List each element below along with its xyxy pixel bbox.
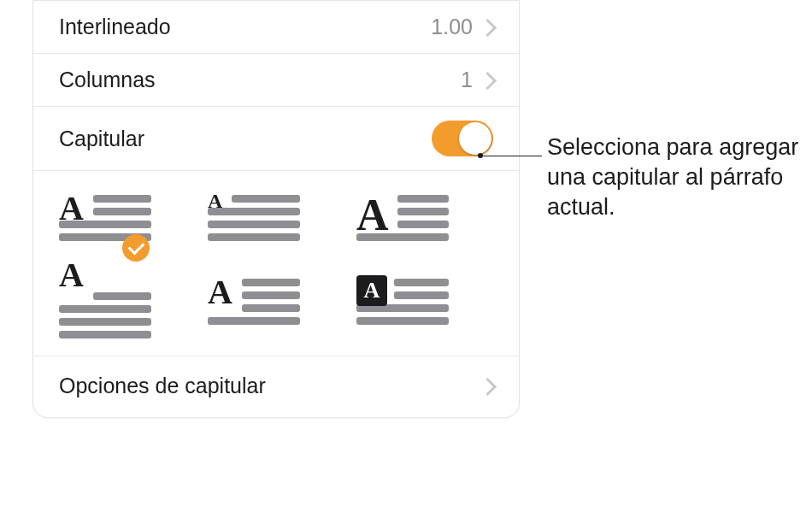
dropcap-style-icon: A	[356, 195, 450, 241]
dropcap-style-3[interactable]: A	[356, 195, 450, 251]
dropcap-style-icon: A	[208, 279, 302, 325]
dropcap-style-grid: A A A	[59, 195, 461, 335]
chevron-right-icon	[483, 19, 493, 36]
columns-row[interactable]: Columnas 1	[33, 54, 519, 107]
dropcap-style-5[interactable]: A	[208, 279, 302, 335]
dropcap-style-6[interactable]: A	[356, 279, 450, 335]
toggle-knob	[459, 122, 491, 155]
chevron-right-icon	[483, 72, 493, 89]
columns-label: Columnas	[59, 68, 156, 92]
callout-text: Selecciona para agregar una capitular al…	[547, 132, 803, 222]
letter-a-icon: A	[208, 272, 232, 312]
dropcap-toggle[interactable]	[432, 121, 493, 156]
line-spacing-label: Interlineado	[59, 15, 171, 39]
letter-a-icon: A	[356, 190, 389, 240]
dropcap-options-label: Opciones de capitular	[59, 374, 266, 398]
letter-a-boxed-icon: A	[356, 275, 387, 306]
callout-connector	[480, 156, 542, 156]
columns-value: 1	[461, 68, 473, 92]
letter-a-icon: A	[208, 190, 222, 213]
dropcap-styles-section: A A A	[33, 171, 519, 356]
dropcap-style-icon: A	[59, 279, 153, 338]
columns-value-wrap: 1	[461, 68, 493, 92]
line-spacing-value-wrap: 1.00	[431, 15, 493, 39]
letter-a-icon: A	[59, 255, 84, 295]
dropcap-style-1[interactable]: A	[59, 195, 153, 251]
dropcap-style-2[interactable]: A	[208, 195, 302, 251]
line-spacing-value: 1.00	[431, 15, 473, 39]
checkmark-icon	[122, 234, 150, 262]
chevron-right-icon	[483, 378, 493, 395]
letter-a-icon: A	[59, 188, 84, 228]
dropcap-style-4[interactable]: A	[59, 279, 153, 335]
line-spacing-row[interactable]: Interlineado 1.00	[33, 1, 519, 54]
dropcap-options-row[interactable]: Opciones de capitular	[33, 356, 519, 409]
dropcap-label: Capitular	[59, 127, 144, 151]
dropcap-row: Capitular	[33, 107, 519, 171]
dropcap-style-icon: A	[208, 195, 302, 241]
dropcap-style-icon: A	[356, 279, 450, 325]
format-panel: Interlineado 1.00 Columnas 1 Capitular A	[32, 0, 520, 418]
